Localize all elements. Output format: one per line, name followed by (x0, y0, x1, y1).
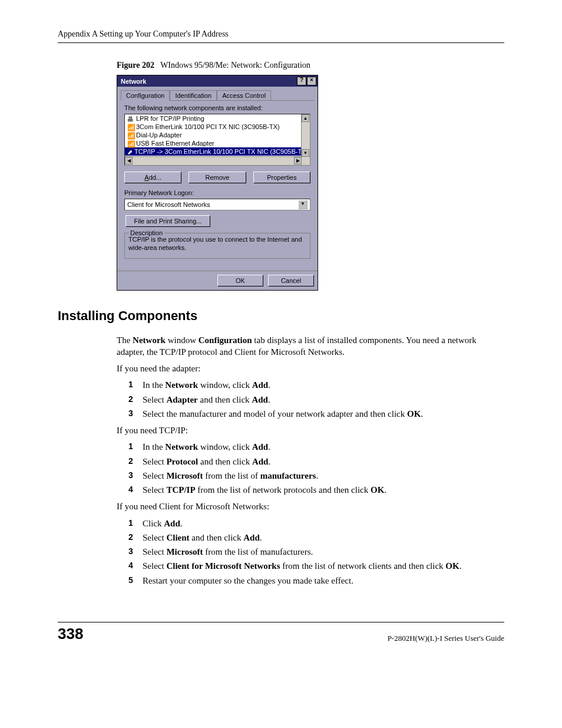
list-item: 3Select Microsoft from the list of manuf… (128, 470, 504, 482)
nic-icon: 📶 (127, 124, 134, 130)
figure-caption: Figure 202 WIndows 95/98/Me: Network: Co… (117, 61, 504, 70)
need-adapter-label: If you need the adapter: (117, 363, 504, 374)
tabs: Configuration Identification Access Cont… (121, 90, 314, 101)
ok-button[interactable]: OK (217, 275, 263, 286)
list-item: 1In the Network window, click Add. (128, 441, 504, 453)
list-item: 2Select Adapter and then click Add. (128, 394, 504, 406)
guide-name: P-2802H(W)(L)-I Series User's Guide (388, 634, 504, 643)
list-item: 3Select Microsoft from the list of manuf… (128, 546, 504, 558)
printer-icon: 🖶 (127, 116, 134, 122)
adapter-icon: 📶 (127, 140, 134, 147)
list-item[interactable]: 📶Dial-Up Adapter (125, 131, 310, 139)
section-heading: Installing Components (58, 308, 504, 324)
titlebar: Network ? × (117, 75, 318, 87)
file-print-sharing-button[interactable]: File and Print Sharing... (125, 215, 210, 227)
scroll-up-icon[interactable]: ▲ (302, 114, 309, 122)
components-label: The following network components are ins… (124, 104, 312, 111)
protocol-icon: ⬈ (127, 149, 133, 155)
dialog-title: Network (121, 78, 146, 85)
tab-identification[interactable]: Identification (170, 90, 217, 100)
adapter-steps: 1In the Network window, click Add. 2Sele… (128, 379, 504, 420)
primary-logon-dropdown[interactable]: Client for Microsoft Networks ▼ (124, 199, 310, 210)
list-item: 3Select the manufacturer and model of yo… (128, 408, 504, 420)
list-item: 1Click Add. (128, 518, 504, 529)
horizontal-scrollbar[interactable]: ◀ ▶ (125, 156, 310, 165)
list-item: 1In the Network window, click Add. (128, 379, 504, 391)
page-number: 338 (58, 625, 83, 643)
description-label: Description (128, 229, 164, 236)
add-button[interactable]: Add... (124, 172, 181, 183)
figure-title: WIndows 95/98/Me: Network: Configuration (160, 61, 310, 70)
need-client-label: If you need Client for Microsoft Network… (117, 500, 504, 512)
description-group: Description TCP/IP is the protocol you u… (124, 233, 310, 259)
tab-configuration[interactable]: Configuration (121, 90, 170, 101)
vertical-scrollbar[interactable]: ▲ ▼ (301, 114, 310, 157)
adapter-icon: 📶 (127, 132, 134, 139)
properties-button[interactable]: Properties (253, 172, 310, 183)
page-footer: 338 P-2802H(W)(L)-I Series User's Guide (58, 622, 504, 643)
list-item[interactable]: 🖶LPR for TCP/IP Printing (125, 114, 310, 123)
components-listbox[interactable]: 🖶LPR for TCP/IP Printing 📶3Com EtherLink… (124, 114, 310, 166)
close-icon[interactable]: × (307, 77, 316, 85)
scroll-left-icon[interactable]: ◀ (125, 157, 133, 164)
list-item[interactable]: 📶3Com EtherLink 10/100 PCI TX NIC (3C905… (125, 123, 310, 131)
list-item: 2Select Client and then click Add. (128, 532, 504, 543)
figure-number: Figure 202 (117, 61, 154, 70)
page-header: Appendix A Setting up Your Computer's IP… (58, 29, 504, 43)
network-dialog: Network ? × Configuration Identification… (117, 75, 318, 291)
list-item[interactable]: 📶USB Fast Ethernet Adapter (125, 139, 310, 147)
cancel-button[interactable]: Cancel (268, 275, 314, 286)
need-tcpip-label: If you need TCP/IP: (117, 424, 504, 436)
remove-button[interactable]: Remove (189, 172, 246, 183)
list-item: 5Restart your computer so the changes yo… (128, 575, 504, 587)
primary-logon-label: Primary Network Logon: (124, 189, 312, 196)
description-text: TCP/IP is the protocol you use to connec… (128, 236, 306, 252)
scroll-right-icon[interactable]: ▶ (294, 157, 302, 164)
list-item: 4Select TCP/IP from the list of network … (128, 484, 504, 496)
list-item: 2Select Protocol and then click Add. (128, 456, 504, 467)
list-item: 4Select Client for Microsoft Networks fr… (128, 560, 504, 572)
intro-paragraph: The Network window Configuration tab dis… (117, 334, 504, 358)
tcpip-steps: 1In the Network window, click Add. 2Sele… (128, 441, 504, 496)
help-icon[interactable]: ? (297, 77, 306, 85)
dropdown-value: Client for Microsoft Networks (127, 201, 210, 208)
chevron-down-icon[interactable]: ▼ (298, 200, 308, 209)
tab-access-control[interactable]: Access Control (217, 90, 271, 100)
client-steps: 1Click Add. 2Select Client and then clic… (128, 518, 504, 587)
list-item-selected[interactable]: ⬈TCP/IP -> 3Com EtherLink 10/100 PCI TX … (125, 147, 310, 156)
